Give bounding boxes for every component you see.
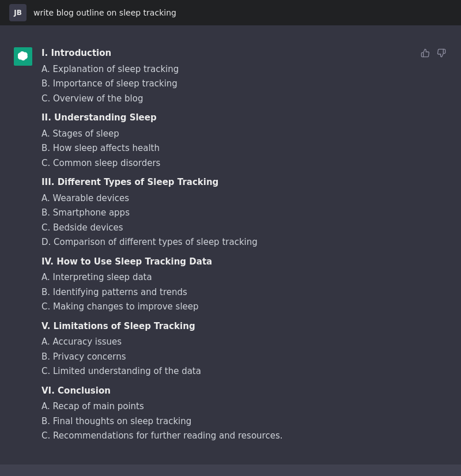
section-header: I. Introduction (41, 46, 447, 61)
outline-item: B. How sleep affects health (41, 141, 447, 156)
outline-item: C. Making changes to improve sleep (41, 300, 447, 315)
outline-section-3: III. Different Types of Sleep TrackingA.… (41, 175, 447, 250)
divider (0, 464, 461, 477)
outline-item: B. Final thoughts on sleep tracking (41, 414, 447, 429)
thumbs-up-button[interactable] (420, 47, 431, 59)
outline-item: A. Stages of sleep (41, 127, 447, 142)
outline-item: B. Smartphone apps (41, 206, 447, 221)
outline-item: A. Interpreting sleep data (41, 270, 447, 285)
assistant-icon (14, 47, 32, 66)
section-header: III. Different Types of Sleep Tracking (41, 175, 447, 190)
outline-item: D. Comparison of different types of slee… (41, 235, 447, 250)
section-header: VI. Conclusion (41, 384, 447, 399)
outline-item: C. Limited understanding of the data (41, 364, 447, 379)
conversation-title: write blog outline on sleep tracking (33, 8, 176, 17)
outline-item: B. Privacy concerns (41, 350, 447, 365)
outline-section-5: V. Limitations of Sleep TrackingA. Accur… (41, 319, 447, 379)
outline-item: A. Explanation of sleep tracking (41, 62, 447, 77)
header: JB write blog outline on sleep tracking (0, 0, 461, 25)
section-header: IV. How to Use Sleep Tracking Data (41, 255, 447, 270)
outline-section-2: II. Understanding SleepA. Stages of slee… (41, 111, 447, 171)
message-body: I. IntroductionA. Explanation of sleep t… (41, 46, 447, 448)
user-avatar: JB (9, 4, 27, 21)
outline-item: A. Wearable devices (41, 191, 447, 206)
outline-section-6: VI. ConclusionA. Recap of main pointsB. … (41, 384, 447, 444)
outline-item: A. Accuracy issues (41, 335, 447, 350)
outline-item: C. Recommendations for further reading a… (41, 429, 447, 444)
outline-item: B. Importance of sleep tracking (41, 77, 447, 92)
outline-item: C. Common sleep disorders (41, 156, 447, 171)
assistant-message: I. IntroductionA. Explanation of sleep t… (0, 39, 461, 455)
outline-item: A. Recap of main points (41, 399, 447, 414)
messages-container: I. IntroductionA. Explanation of sleep t… (0, 25, 461, 464)
main-content: I. IntroductionA. Explanation of sleep t… (0, 25, 461, 476)
section-header: V. Limitations of Sleep Tracking (41, 319, 447, 334)
message-actions (420, 47, 447, 59)
outline-item: C. Overview of the blog (41, 92, 447, 107)
thumbs-down-button[interactable] (436, 47, 447, 59)
outline-section-4: IV. How to Use Sleep Tracking DataA. Int… (41, 255, 447, 315)
outline-item: C. Bedside devices (41, 221, 447, 236)
outline-section-1: I. IntroductionA. Explanation of sleep t… (41, 46, 447, 106)
section-header: II. Understanding Sleep (41, 111, 447, 126)
outline-item: B. Identifying patterns and trends (41, 285, 447, 300)
